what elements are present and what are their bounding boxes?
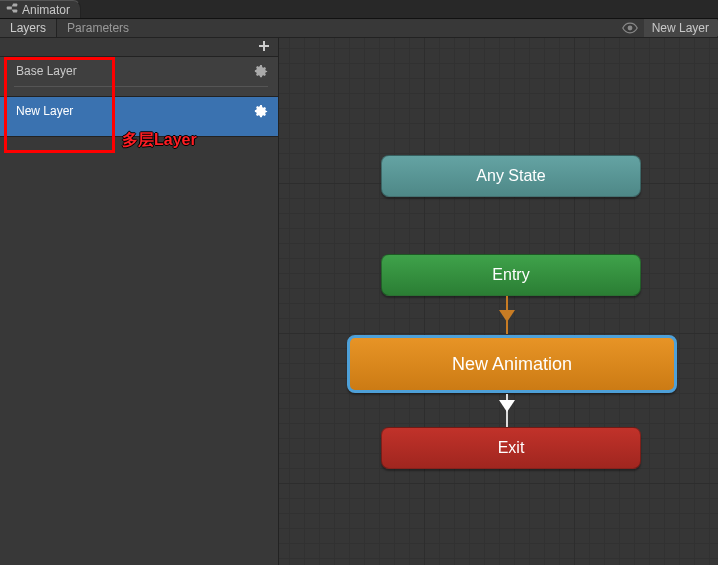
main-area: Base Layer New Layer 多层Layer Any State E… xyxy=(0,38,718,565)
svg-rect-2 xyxy=(13,10,18,13)
transition-arrowhead xyxy=(499,310,515,322)
layer-label: New Layer xyxy=(16,104,73,118)
tab-animator-label: Animator xyxy=(22,3,70,17)
breadcrumb-item[interactable]: New Layer xyxy=(644,19,718,37)
window-tab-bar: Animator xyxy=(0,0,718,19)
visibility-icon[interactable] xyxy=(622,22,638,34)
svg-rect-0 xyxy=(7,7,12,10)
breadcrumb: New Layer xyxy=(644,19,718,37)
svg-point-3 xyxy=(627,26,632,31)
layer-label: Base Layer xyxy=(16,64,77,78)
sub-bar: Layers Parameters New Layer xyxy=(0,19,718,38)
node-new-animation[interactable]: New Animation xyxy=(347,335,677,393)
transition-arrowhead xyxy=(499,400,515,412)
plus-icon[interactable] xyxy=(258,40,270,55)
gear-icon[interactable] xyxy=(254,64,268,81)
layer-item-base-layer[interactable]: Base Layer xyxy=(0,57,278,97)
svg-rect-1 xyxy=(13,4,18,7)
layers-sidebar: Base Layer New Layer 多层Layer xyxy=(0,38,279,565)
node-exit[interactable]: Exit xyxy=(381,427,641,469)
subtab-parameters[interactable]: Parameters xyxy=(57,19,139,37)
add-layer-row xyxy=(0,38,278,57)
animator-icon xyxy=(6,2,18,17)
gear-icon[interactable] xyxy=(254,104,268,121)
layer-item-new-layer[interactable]: New Layer xyxy=(0,97,278,137)
tab-animator[interactable]: Animator xyxy=(0,0,81,18)
subtab-layers[interactable]: Layers xyxy=(0,19,57,37)
state-machine-canvas[interactable]: Any State Entry New Animation Exit xyxy=(279,38,718,565)
node-entry[interactable]: Entry xyxy=(381,254,641,296)
node-any-state[interactable]: Any State xyxy=(381,155,641,197)
